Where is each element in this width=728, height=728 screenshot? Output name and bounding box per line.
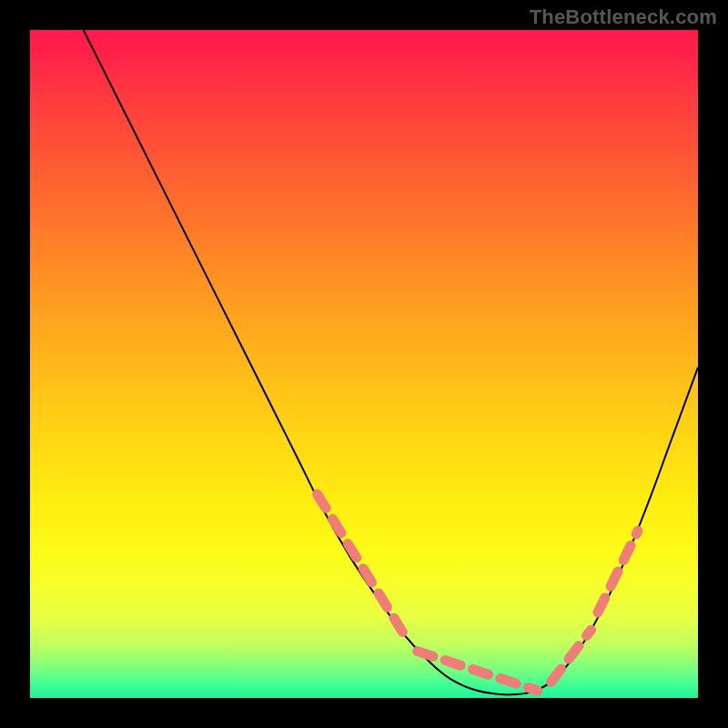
dash-segment	[318, 494, 404, 634]
dash-segment	[598, 531, 638, 613]
chart-stage: TheBottleneck.com	[0, 0, 728, 728]
plot-area	[30, 30, 698, 698]
dash-segment	[418, 652, 538, 691]
dash-segment	[551, 630, 592, 682]
dash-overlay	[318, 494, 638, 691]
watermark-text: TheBottleneck.com	[530, 5, 717, 29]
curve-layer	[30, 30, 698, 698]
